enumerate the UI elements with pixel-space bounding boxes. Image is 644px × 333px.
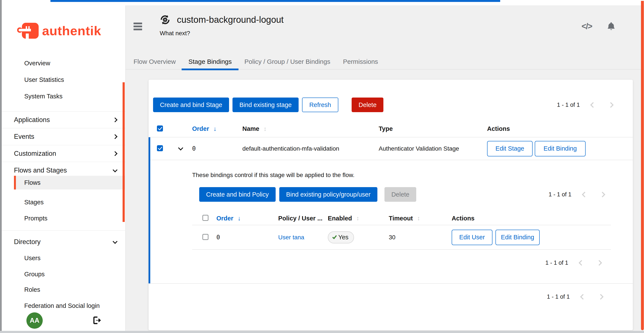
divider <box>2 128 126 128</box>
sidebar-scrollbar[interactable] <box>122 82 125 222</box>
collapse-row-icon[interactable] <box>178 145 183 150</box>
page-header: custom-background-logout What next? <box>160 15 284 37</box>
column-actions: Actions <box>487 125 633 132</box>
column-order[interactable]: Order↓ <box>192 125 242 132</box>
policy-row-checkbox[interactable] <box>202 234 208 240</box>
progress-bar <box>50 0 500 2</box>
window-top-strip <box>0 0 644 6</box>
authentik-logo-text: authentik <box>42 24 101 38</box>
main-content: custom-background-logout What next? </> … <box>126 6 644 331</box>
policy-table-header: Order↓ Policy / User ... Enabled↕ Timeou… <box>192 212 611 225</box>
logout-icon[interactable] <box>92 316 101 325</box>
tabbar: Flow Overview Stage Bindings Policy / Gr… <box>126 54 644 69</box>
avatar[interactable]: AA <box>26 312 43 329</box>
window-bottom-edge <box>0 331 644 333</box>
authentik-logo-icon <box>17 22 39 39</box>
pagination-bottom: 1 - 1 of 1 <box>148 293 633 300</box>
policy-row-order: 0 <box>216 234 278 241</box>
stage-binding-row[interactable]: 0 default-authentication-mfa-validation … <box>148 137 633 160</box>
column-timeout[interactable]: Timeout↕ <box>389 215 452 222</box>
sort-icon: ↕ <box>417 215 420 222</box>
tab-policy-group-user-bindings[interactable]: Policy / Group / User Bindings <box>244 54 330 69</box>
sidebar-group-directory[interactable]: Directory <box>14 238 117 246</box>
sort-icon: ↕ <box>356 215 359 222</box>
create-and-bind-stage-button[interactable]: Create and bind Stage <box>153 98 229 112</box>
pagination-prev-icon[interactable] <box>580 294 586 300</box>
policy-row-timeout: 30 <box>389 234 452 241</box>
column-name[interactable]: Name↕ <box>242 125 379 132</box>
divider <box>2 111 126 112</box>
sidebar-item-prompts[interactable]: Prompts <box>24 215 48 222</box>
sidebar-footer: AA <box>2 310 126 331</box>
stage-table-header: Order↓ Name↕ Type Actions <box>148 121 633 137</box>
edit-stage-button[interactable]: Edit Stage <box>487 141 532 156</box>
edit-user-button[interactable]: Edit User <box>452 230 492 245</box>
sidebar: authentik Overview User Statistics Syste… <box>2 6 126 331</box>
menu-toggle-icon[interactable] <box>134 23 142 33</box>
pagination-prev-icon[interactable] <box>578 260 584 266</box>
row-checkbox[interactable] <box>157 145 163 151</box>
sidebar-item-flows[interactable]: Flows <box>14 176 126 189</box>
column-type: Type <box>379 125 487 132</box>
edit-binding-button[interactable]: Edit Binding <box>535 141 586 156</box>
sidebar-group-flows-and-stages[interactable]: Flows and Stages <box>14 167 117 174</box>
active-indicator <box>14 176 16 189</box>
pagination-next-icon[interactable] <box>598 294 604 300</box>
window-left-edge <box>0 0 2 333</box>
page-title: custom-background-logout <box>177 15 284 25</box>
column-enabled[interactable]: Enabled↕ <box>328 215 389 222</box>
sidebar-item-stages[interactable]: Stages <box>24 199 44 206</box>
bind-existing-stage-button[interactable]: Bind existing stage <box>232 98 298 112</box>
sidebar-item-roles[interactable]: Roles <box>24 286 40 293</box>
chevron-right-icon <box>113 118 118 122</box>
sort-icon: ↕ <box>264 125 266 132</box>
policy-binding-row[interactable]: 0 User tana Yes 30 Edit User Edit Bindin… <box>192 225 611 250</box>
chevron-right-icon <box>113 151 118 156</box>
sidebar-item-system-tasks[interactable]: System Tasks <box>24 93 62 100</box>
bind-existing-policy-button[interactable]: Bind existing policy/group/user <box>279 187 378 202</box>
policy-toolbar: Create and bind Policy Bind existing pol… <box>192 187 611 202</box>
sidebar-group-events[interactable]: Events <box>14 133 117 141</box>
api-browser-icon[interactable]: </> <box>582 22 592 31</box>
sidebar-group-applications[interactable]: Applications <box>14 116 117 124</box>
chevron-right-icon <box>113 134 118 139</box>
refresh-button[interactable]: Refresh <box>302 98 338 112</box>
tab-stage-bindings[interactable]: Stage Bindings <box>188 54 232 69</box>
tab-flow-overview[interactable]: Flow Overview <box>134 54 176 69</box>
column-order[interactable]: Order↓ <box>216 215 278 222</box>
sidebar-item-groups[interactable]: Groups <box>24 271 45 278</box>
pagination-prev-icon[interactable] <box>590 102 596 108</box>
enabled-badge: Yes <box>328 231 354 243</box>
select-all-checkbox[interactable] <box>157 125 163 132</box>
row-name: default-authentication-mfa-validation <box>242 145 379 152</box>
stage-bindings-card: Create and bind Stage Bind existing stag… <box>148 80 633 330</box>
flow-icon <box>160 15 170 25</box>
sidebar-item-federation[interactable]: Federation and Social login <box>24 302 100 309</box>
sidebar-item-overview[interactable]: Overview <box>24 60 50 67</box>
policy-delete-button[interactable]: Delete <box>384 187 416 202</box>
pagination-label: 1 - 1 of 1 <box>548 191 572 198</box>
create-and-bind-policy-button[interactable]: Create and bind Policy <box>199 187 276 202</box>
policy-select-all-checkbox[interactable] <box>202 215 208 221</box>
pagination-label: 1 - 1 of 1 <box>557 102 580 108</box>
sidebar-item-user-statistics[interactable]: User Statistics <box>24 76 64 83</box>
expanded-bindings-panel: These bindings control if this stage wil… <box>148 160 633 283</box>
sidebar-item-users[interactable]: Users <box>24 255 40 262</box>
chevron-down-icon <box>113 168 118 173</box>
pagination-next-icon[interactable] <box>608 102 614 108</box>
sidebar-group-customization[interactable]: Customization <box>14 150 117 157</box>
edit-binding-button[interactable]: Edit Binding <box>496 230 540 245</box>
pagination-next-icon[interactable] <box>596 260 602 266</box>
authentik-logo[interactable]: authentik <box>17 22 101 39</box>
policy-user-link[interactable]: User tana <box>278 234 328 241</box>
policy-pagination-top: 1 - 1 of 1 <box>548 191 604 198</box>
pagination-next-icon[interactable] <box>600 192 605 197</box>
bindings-description: These bindings control if this stage wil… <box>192 160 611 179</box>
tab-permissions[interactable]: Permissions <box>343 54 378 69</box>
check-icon <box>332 234 337 239</box>
pagination-prev-icon[interactable] <box>582 192 588 197</box>
column-policy-user: Policy / User ... <box>278 215 328 222</box>
delete-button[interactable]: Delete <box>352 98 384 112</box>
notifications-bell-icon[interactable] <box>606 21 616 31</box>
page-scrollbar[interactable] <box>641 1 644 330</box>
